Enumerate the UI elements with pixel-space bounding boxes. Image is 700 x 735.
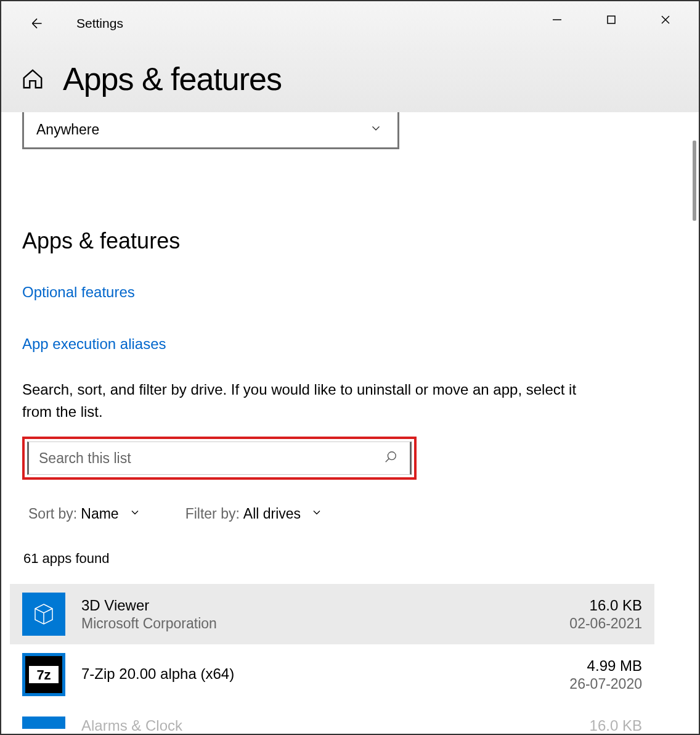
minimize-button[interactable]: [530, 1, 584, 38]
svg-point-4: [388, 452, 396, 460]
svg-rect-1: [608, 16, 615, 23]
sort-label: Sort by:: [28, 506, 77, 522]
app-icon: [22, 593, 65, 636]
back-button[interactable]: [25, 11, 49, 36]
app-size: 16.0 KB: [590, 717, 642, 734]
sort-value: Name: [81, 506, 118, 522]
chevron-down-icon: [129, 506, 141, 522]
maximize-button[interactable]: [584, 1, 638, 38]
app-date: 02-06-2021: [569, 615, 642, 632]
filter-value: All drives: [243, 506, 301, 522]
search-icon: [384, 450, 397, 466]
app-date: 26-07-2020: [569, 676, 642, 692]
app-execution-aliases-link[interactable]: App execution aliases: [22, 335, 679, 353]
dropdown-value: Anywhere: [36, 121, 99, 138]
svg-text:7z: 7z: [36, 667, 51, 683]
app-publisher: Microsoft Corporation: [81, 615, 553, 632]
app-row[interactable]: 3D Viewer Microsoft Corporation 16.0 KB …: [10, 584, 654, 644]
install-location-dropdown[interactable]: Anywhere: [22, 112, 399, 149]
window-title: Settings: [76, 16, 123, 31]
search-input[interactable]: [39, 450, 384, 467]
app-icon: 7z: [22, 653, 65, 696]
close-button[interactable]: [638, 1, 693, 38]
app-name: 3D Viewer: [81, 597, 553, 614]
filter-by-dropdown[interactable]: Filter by: All drives: [185, 506, 324, 522]
home-icon[interactable]: [21, 67, 44, 91]
svg-line-5: [386, 459, 389, 462]
page-title: Apps & features: [63, 60, 282, 97]
search-box[interactable]: [27, 441, 412, 475]
app-name: Alarms & Clock: [81, 717, 574, 734]
app-name: 7-Zip 20.00 alpha (x64): [81, 665, 553, 683]
section-heading: Apps & features: [22, 228, 679, 254]
chevron-down-icon: [369, 121, 383, 139]
app-row[interactable]: 7z 7-Zip 20.00 alpha (x64) 4.99 MB 26-07…: [10, 644, 654, 705]
app-size: 16.0 KB: [569, 597, 642, 614]
app-icon: [22, 717, 65, 729]
scrollbar[interactable]: [693, 141, 696, 221]
chevron-down-icon: [311, 506, 323, 522]
optional-features-link[interactable]: Optional features: [22, 284, 679, 301]
sort-by-dropdown[interactable]: Sort by: Name: [28, 506, 141, 522]
search-highlight: [22, 437, 417, 480]
apps-count: 61 apps found: [22, 551, 679, 567]
section-description: Search, sort, and filter by drive. If yo…: [22, 379, 589, 423]
app-row[interactable]: Alarms & Clock 16.0 KB: [10, 705, 654, 732]
app-size: 4.99 MB: [569, 657, 642, 675]
filter-label: Filter by:: [185, 506, 240, 522]
